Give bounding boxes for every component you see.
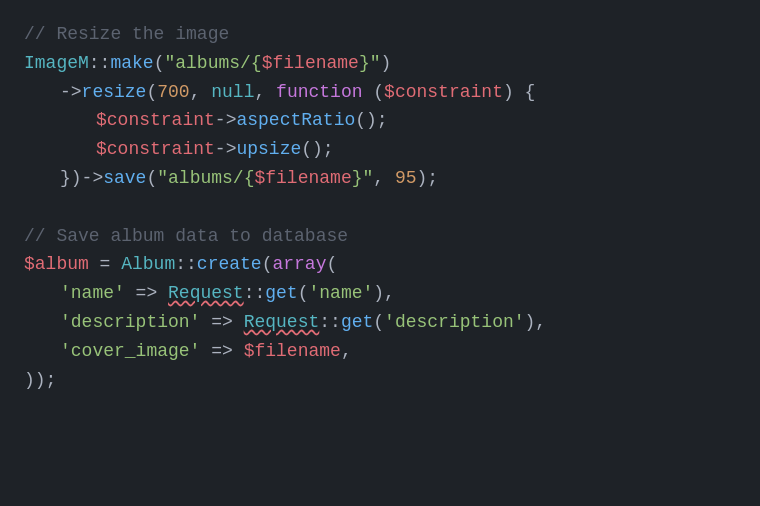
token: :: — [175, 250, 197, 279]
code-line: $constraint->aspectRatio(); — [96, 106, 736, 135]
token: upsize — [236, 135, 301, 164]
comment-text: // Save album data to database — [24, 222, 348, 251]
token: 'cover_image' — [60, 337, 200, 366]
token: $filename — [254, 164, 351, 193]
token: array — [272, 250, 326, 279]
token: ), — [525, 308, 547, 337]
spacer — [24, 193, 736, 222]
code-line: $constraint->upsize(); — [96, 135, 736, 164]
token: $filename — [244, 337, 341, 366]
token: ( — [262, 250, 273, 279]
code-line: 'name' => Request::get('name'), — [60, 279, 736, 308]
token: ), — [373, 279, 395, 308]
token: ) — [381, 49, 392, 78]
token: }" — [359, 49, 381, 78]
token: ) { — [503, 78, 535, 107]
token: ( — [373, 308, 384, 337]
token: make — [110, 49, 153, 78]
token: get — [341, 308, 373, 337]
token: Album — [121, 250, 175, 279]
token: ( — [298, 279, 309, 308]
token: -> — [215, 135, 237, 164]
token: "albums/{ — [164, 49, 261, 78]
token: $filename — [262, 49, 359, 78]
code-line: )); — [24, 366, 736, 395]
token: }" — [352, 164, 374, 193]
token: $constraint — [96, 106, 215, 135]
token: Request — [168, 279, 244, 308]
token: "albums/{ — [157, 164, 254, 193]
token: 'description' — [384, 308, 524, 337]
token: function — [276, 78, 362, 107]
code-editor: // Resize the image ImageM::make("albums… — [0, 0, 760, 506]
token: Request — [244, 308, 320, 337]
code-line: ->resize(700, null, function ($constrain… — [60, 78, 736, 107]
token: null — [211, 78, 254, 107]
token: )); — [24, 366, 56, 395]
code-line: ImageM::make("albums/{$filename}") — [24, 49, 736, 78]
token: ( — [154, 49, 165, 78]
token: get — [265, 279, 297, 308]
token: 'name' — [308, 279, 373, 308]
token: ( — [326, 250, 337, 279]
code-line: $album = Album::create(array( — [24, 250, 736, 279]
token: , — [373, 164, 395, 193]
token: resize — [82, 78, 147, 107]
code-line: // Save album data to database — [24, 222, 736, 251]
token: $constraint — [96, 135, 215, 164]
token: , — [341, 337, 352, 366]
token: => — [125, 279, 168, 308]
code-line: 'cover_image' => $filename, — [60, 337, 736, 366]
token: -> — [215, 106, 237, 135]
token: save — [103, 164, 146, 193]
code-line: 'description' => Request::get('descripti… — [60, 308, 736, 337]
token: ImageM — [24, 49, 89, 78]
token: (); — [355, 106, 387, 135]
token: => — [200, 337, 243, 366]
token: $constraint — [384, 78, 503, 107]
token: 95 — [395, 164, 417, 193]
code-line: })->save("albums/{$filename}", 95); — [60, 164, 736, 193]
token: ); — [417, 164, 439, 193]
token: :: — [244, 279, 266, 308]
code-line: // Resize the image — [24, 20, 736, 49]
token: :: — [89, 49, 111, 78]
token: 'description' — [60, 308, 200, 337]
token: , — [254, 78, 276, 107]
token: aspectRatio — [236, 106, 355, 135]
token: create — [197, 250, 262, 279]
token: })-> — [60, 164, 103, 193]
token: , — [190, 78, 212, 107]
token: => — [200, 308, 243, 337]
token: 'name' — [60, 279, 125, 308]
comment-text: // Resize the image — [24, 20, 229, 49]
token: $album — [24, 250, 89, 279]
token: = — [89, 250, 121, 279]
token: (); — [301, 135, 333, 164]
token: ( — [146, 78, 157, 107]
token: 700 — [157, 78, 189, 107]
token: -> — [60, 78, 82, 107]
token: ( — [363, 78, 385, 107]
token: ( — [146, 164, 157, 193]
token: :: — [319, 308, 341, 337]
